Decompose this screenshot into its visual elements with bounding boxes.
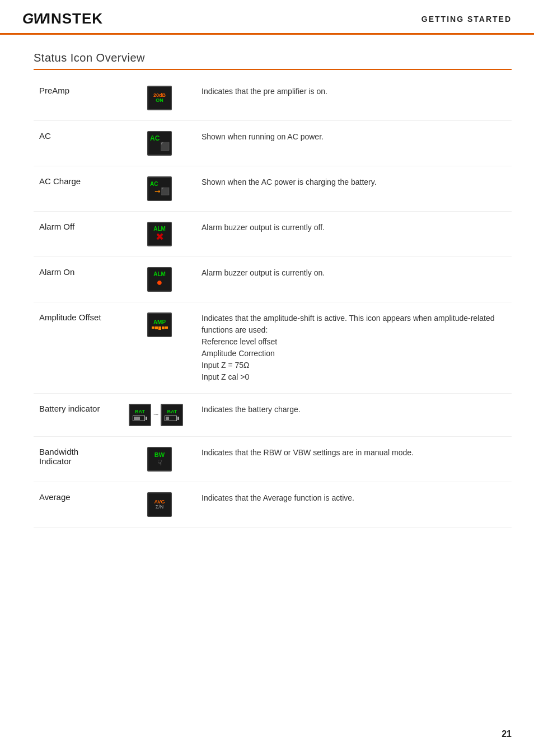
item-description: Indicates that the Average function is a… [196, 482, 512, 528]
item-icon-cell: 20dB ON [123, 76, 196, 121]
page-title: Status Icon Overview [34, 52, 512, 70]
table-row: AC Charge AC ➞⬛ Shown when the AC power … [34, 166, 512, 212]
item-label: Bandwidth Indicator [34, 437, 123, 482]
item-label: Alarm On [34, 257, 123, 302]
item-label: AC Charge [34, 166, 123, 212]
page-number: 21 [502, 729, 512, 739]
item-description: Alarm buzzer output is currently on. [196, 257, 512, 302]
amp-icon: AMP [147, 312, 172, 337]
alarmoff-icon: ALM ✖ [147, 222, 172, 246]
battery-icon: BAT ~ BAT [129, 404, 190, 426]
table-row: Battery indicator BAT ~ BAT Indica [34, 394, 512, 437]
logo-instek: INSTEK [46, 10, 103, 27]
item-label: AC [34, 121, 123, 166]
item-description: Shown when running on AC power. [196, 121, 512, 166]
logo: GW INSTEK [22, 10, 103, 27]
accharge-icon: AC ➞⬛ [147, 176, 172, 201]
ac-icon: AC ⬛ [147, 131, 172, 156]
item-label: Amplitude Offset [34, 302, 123, 394]
icon-table: PreAmp 20dB ON Indicates that the pre am… [34, 76, 512, 528]
item-icon-cell: BAT ~ BAT [123, 394, 196, 437]
table-row: Alarm Off ALM ✖ Alarm buzzer output is c… [34, 212, 512, 257]
item-description: Indicates that the pre amplifier is on. [196, 76, 512, 121]
table-row: Average AVG Σ/N Indicates that the Avera… [34, 482, 512, 528]
table-row: Bandwidth Indicator BW ☟ Indicates that … [34, 437, 512, 482]
item-description: Indicates that the RBW or VBW settings a… [196, 437, 512, 482]
table-row: AC AC ⬛ Shown when running on AC power. [34, 121, 512, 166]
item-icon-cell: AMP [123, 302, 196, 394]
item-icon-cell: AC ⬛ [123, 121, 196, 166]
table-row: PreAmp 20dB ON Indicates that the pre am… [34, 76, 512, 121]
avg-icon: AVG Σ/N [147, 492, 172, 517]
page-header: GW INSTEK GETTING STARTED [0, 0, 534, 35]
item-icon-cell: ALM ✖ [123, 212, 196, 257]
item-description: Alarm buzzer output is currently off. [196, 212, 512, 257]
item-icon-cell: AC ➞⬛ [123, 166, 196, 212]
table-row: Alarm On ALM ● Alarm buzzer output is cu… [34, 257, 512, 302]
item-label: Alarm Off [34, 212, 123, 257]
item-description: Indicates that the amplitude-shift is ac… [196, 302, 512, 394]
table-row: Amplitude Offset AMP Indicates that the … [34, 302, 512, 394]
alarmon-icon: ALM ● [147, 267, 172, 292]
item-icon-cell: AVG Σ/N [123, 482, 196, 528]
bw-icon: BW ☟ [147, 447, 172, 472]
section-label: GETTING STARTED [421, 15, 512, 24]
item-icon-cell: ALM ● [123, 257, 196, 302]
preamp-icon: 20dB ON [147, 86, 172, 110]
item-description: Shown when the AC power is charging the … [196, 166, 512, 212]
item-label: Battery indicator [34, 394, 123, 437]
page-content: Status Icon Overview PreAmp 20dB ON Indi… [0, 35, 534, 550]
item-icon-cell: BW ☟ [123, 437, 196, 482]
item-label: Average [34, 482, 123, 528]
logo-gw: GW [22, 10, 46, 27]
item-description: Indicates the battery charge. [196, 394, 512, 437]
item-label: PreAmp [34, 76, 123, 121]
